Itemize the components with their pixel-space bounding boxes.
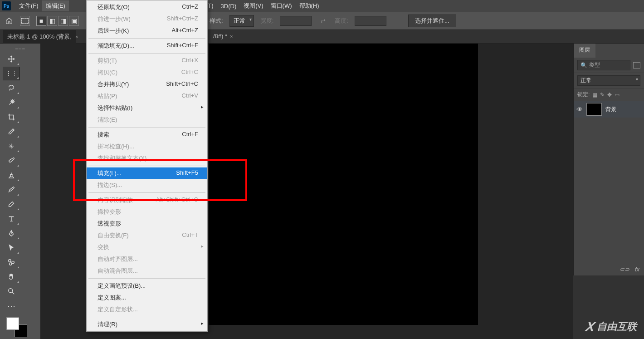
layer-name-label: 背景 (605, 106, 616, 113)
menu-item--i-[interactable]: 选择性粘贴(I) (87, 102, 207, 114)
menu-item-label: 渐隐填充(D)... (98, 42, 134, 50)
svg-point-0 (9, 260, 11, 262)
selection-add-icon[interactable]: ◧ (47, 16, 57, 26)
width-label: 宽度: (260, 17, 274, 25)
menu-item--r-[interactable]: 清理(R) (87, 319, 207, 330)
menu-item-label: 拼写检查(H)... (98, 142, 134, 151)
menu-item-shortcut: Shift+Ctrl+C (166, 80, 198, 88)
menu-item--d-[interactable]: 渐隐填充(D)...Shift+Ctrl+F (87, 40, 207, 52)
type-tool[interactable] (3, 212, 20, 226)
menu-item--b-[interactable]: 定义画笔预设(B)... (87, 280, 207, 292)
menu-item--k-[interactable]: 后退一步(K)Alt+Ctrl+Z (87, 25, 207, 37)
menu-item-label: 清理(R) (98, 320, 117, 329)
edit-menu-dropdown: 还原填充(O)Ctrl+Z前进一步(W)Shift+Ctrl+Z后退一步(K)A… (86, 0, 208, 332)
menu-edit[interactable]: 编辑(E) (42, 0, 69, 11)
layer-row-background[interactable]: 👁 背景 (574, 101, 644, 118)
blend-mode-select[interactable]: 正常 (577, 75, 640, 86)
layers-panel: 图层 🔍 类型 正常 锁定: ▦ ✎ ✥ ▭ 👁 背景 ⊂⊃ fx (573, 44, 644, 275)
menu-3d[interactable]: 3D(D) (217, 1, 240, 11)
menu-separator (88, 317, 205, 317)
menu-item-label: 操控变形 (98, 208, 121, 216)
hand-tool[interactable] (3, 270, 20, 284)
filter-pixel-icon[interactable] (633, 62, 640, 69)
document-tab-2[interactable]: /8#) * × (209, 30, 238, 42)
height-input[interactable] (355, 16, 386, 26)
menu-item--l-[interactable]: 填充(L)...Shift+F5 (87, 167, 207, 179)
menu-item-label: 透视变形 (98, 220, 121, 228)
selection-subtract-icon[interactable]: ◨ (58, 16, 68, 26)
menu-item-label: 查找和替换文本(X)... (98, 154, 151, 162)
foreground-swatch[interactable] (6, 317, 19, 330)
menu-item--o-[interactable]: 还原填充(O)Ctrl+Z (87, 1, 207, 13)
style-select[interactable]: 正常 (229, 15, 254, 27)
toolbox-grip[interactable]: ┉┉┉ (3, 46, 38, 51)
home-icon[interactable] (5, 16, 14, 25)
menu-item-label: 粘贴(P) (98, 92, 117, 100)
history-brush-tool[interactable] (3, 183, 20, 197)
color-swatches[interactable] (3, 316, 38, 339)
shape-tool[interactable] (3, 255, 20, 269)
menu-item--p-: 粘贴(P)Ctrl+V (87, 90, 207, 102)
svg-point-2 (10, 263, 12, 265)
document-tab-2-label: /8#) * (213, 33, 227, 39)
menu-window[interactable]: 窗口(W) (267, 0, 296, 11)
path-select-tool[interactable] (3, 241, 20, 255)
eraser-tool[interactable] (3, 197, 20, 211)
document-canvas[interactable] (209, 44, 478, 325)
menu-item-label: 还原填充(O) (98, 3, 130, 11)
menu-item-label: 自动对齐图层... (98, 255, 138, 263)
marquee-tool[interactable] (3, 67, 20, 80)
lock-pixels-icon[interactable]: ✎ (600, 92, 605, 98)
swap-wh-icon[interactable]: ⇄ (318, 18, 328, 25)
menu-item-label: 搜索 (98, 131, 109, 139)
selection-new-icon[interactable]: ■ (36, 16, 46, 26)
menu-item--h-: 拼写检查(H)... (87, 141, 207, 152)
lock-artboard-icon[interactable]: ▭ (615, 92, 620, 98)
selection-intersect-icon[interactable]: ▣ (69, 16, 79, 26)
menu-item-shortcut: Ctrl+Z (182, 3, 198, 11)
svg-point-3 (9, 289, 13, 293)
menu-item--[interactable]: 透视变形 (87, 218, 207, 230)
lock-position-icon[interactable]: ✥ (607, 92, 612, 98)
crop-tool[interactable] (3, 110, 20, 124)
layer-thumbnail[interactable] (586, 103, 602, 116)
magic-wand-tool[interactable] (3, 96, 20, 109)
select-and-mask-button[interactable]: 选择并遮住... (408, 15, 456, 27)
width-input[interactable] (280, 16, 312, 26)
edit-toolbar-icon[interactable]: ⋯ (3, 299, 20, 313)
menu-item--y-[interactable]: 合并拷贝(Y)Shift+Ctrl+C (87, 79, 207, 90)
menu-item-shortcut: Ctrl+V (182, 92, 198, 100)
move-tool[interactable] (3, 52, 20, 66)
menu-file[interactable]: 文件(F) (15, 0, 42, 11)
brush-tool[interactable] (3, 154, 20, 167)
eyedropper-tool[interactable] (3, 125, 20, 138)
lasso-tool[interactable] (3, 81, 20, 95)
menu-item--[interactable]: 搜索Ctrl+F (87, 129, 207, 141)
pen-tool[interactable] (3, 226, 20, 240)
menu-item-label: 前进一步(W) (98, 15, 131, 23)
tool-preset-icon[interactable] (20, 16, 30, 26)
clone-stamp-tool[interactable] (3, 168, 20, 182)
layers-tab[interactable]: 图层 (574, 44, 595, 58)
menu-item--[interactable]: 定义图案... (87, 292, 207, 304)
menu-item-label: 拷贝(C) (98, 69, 117, 77)
menu-view[interactable]: 视图(V) (240, 0, 267, 11)
layer-filter-input[interactable]: 🔍 类型 (577, 60, 630, 70)
menu-item-shortcut: Ctrl+X (182, 57, 198, 65)
spot-heal-tool[interactable] (3, 139, 20, 153)
zoom-tool[interactable] (3, 285, 20, 298)
menu-item-label: 合并拷贝(Y) (98, 80, 129, 88)
menu-item--x-: 查找和替换文本(X)... (87, 152, 207, 164)
link-layers-icon[interactable]: ⊂⊃ (620, 266, 629, 273)
menu-item--w-: 前进一步(W)Shift+Ctrl+Z (87, 13, 207, 25)
menu-help[interactable]: 帮助(H) (296, 0, 323, 11)
tab-close-icon[interactable]: × (75, 34, 78, 39)
menu-item-label: 定义画笔预设(B)... (98, 282, 146, 290)
document-tab-1[interactable]: 未标题-1 @ 100% (背景, (3, 30, 76, 44)
toolbox-close-icon[interactable]: × (35, 35, 38, 41)
tab2-close-icon[interactable]: × (230, 34, 233, 39)
layers-panel-footer: ⊂⊃ fx (574, 263, 644, 275)
lock-transparent-icon[interactable]: ▦ (592, 92, 597, 98)
fx-icon[interactable]: fx (635, 266, 639, 273)
visibility-icon[interactable]: 👁 (576, 106, 583, 113)
